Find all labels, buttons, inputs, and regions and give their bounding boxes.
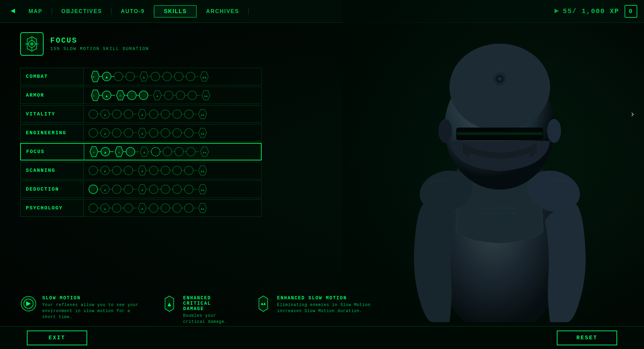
svg-point-144 xyxy=(89,185,98,194)
svg-text:▲: ▲ xyxy=(104,132,106,135)
svg-text:▲▲: ▲▲ xyxy=(201,170,205,173)
svg-point-46 xyxy=(164,91,173,100)
svg-point-41 xyxy=(139,91,148,100)
skill-row-combat[interactable]: COMBAT = ▲ xyxy=(20,68,262,85)
reset-button[interactable]: RESET xyxy=(557,331,617,345)
focus-header: FOCUS 15% SLOW MOTION SKILL DURATION xyxy=(20,30,262,58)
svg-point-50 xyxy=(188,91,197,100)
svg-text:▲: ▲ xyxy=(141,132,143,136)
info-desc-enhanced-slow-motion: Eliminating enemies in Slow Motion incre… xyxy=(277,302,376,314)
skill-row-engineering[interactable]: ENGINEERING ▲ xyxy=(20,124,262,142)
tab-archives[interactable]: ARCHIVES xyxy=(197,6,249,17)
nav-prev-arrow[interactable]: ◄ xyxy=(7,7,19,15)
svg-text:▲: ▲ xyxy=(156,94,158,98)
skill-row-armor[interactable]: ARMOR = ▲ = xyxy=(20,87,262,104)
svg-text:▲: ▲ xyxy=(104,169,106,173)
exit-button[interactable]: EXIT xyxy=(27,331,87,345)
nodes-svg-scanning: ▲ ▲ xyxy=(87,164,215,177)
skill-nodes-combat: = ▲ xyxy=(84,68,262,85)
svg-point-129 xyxy=(124,166,133,175)
info-desc-enhanced-critical: Doubles your critical damage. xyxy=(183,313,235,325)
skill-row-deduction[interactable]: DEDUCTION ▲ ▲ xyxy=(20,181,262,198)
tab-map[interactable]: MAP xyxy=(19,6,52,17)
svg-point-48 xyxy=(176,91,185,100)
svg-text:=: = xyxy=(93,151,95,154)
skill-row-focus[interactable]: FOCUS = ▲ = xyxy=(20,143,262,160)
svg-point-76 xyxy=(89,129,98,137)
svg-point-134 xyxy=(149,166,158,175)
focus-title: FOCUS xyxy=(50,37,149,45)
svg-point-39 xyxy=(127,91,136,100)
svg-point-162 xyxy=(184,185,193,194)
left-panel: FOCUS 15% SLOW MOTION SKILL DURATION COM… xyxy=(20,30,262,326)
character-area xyxy=(342,0,644,349)
info-desc-slow-motion: Your reflexes allow you to see your envi… xyxy=(42,302,141,320)
svg-point-173 xyxy=(124,204,133,212)
skill-label-scanning: SCANNING xyxy=(20,162,84,179)
svg-point-15 xyxy=(126,72,135,81)
bottom-bar: EXIT RESET xyxy=(0,326,644,349)
svg-point-2 xyxy=(30,42,34,46)
svg-point-66 xyxy=(149,110,158,118)
skills-list: COMBAT = ▲ xyxy=(20,68,262,217)
nodes-svg-combat: = ▲ xyxy=(87,70,215,83)
svg-point-136 xyxy=(161,166,170,175)
svg-point-138 xyxy=(173,166,181,175)
svg-point-20 xyxy=(151,72,160,81)
svg-point-180 xyxy=(161,204,170,212)
skill-label-deduction: DEDUCTION xyxy=(20,181,84,198)
skill-label-vitality: VITALITY xyxy=(20,105,84,123)
focus-icon xyxy=(20,32,44,56)
svg-point-59 xyxy=(112,110,121,118)
svg-point-140 xyxy=(184,166,193,175)
svg-text:=: = xyxy=(92,75,95,79)
focus-text-info: FOCUS 15% SLOW MOTION SKILL DURATION xyxy=(50,37,149,51)
svg-point-197 xyxy=(449,44,550,131)
svg-text:▲: ▲ xyxy=(141,207,143,211)
skill-row-vitality[interactable]: VITALITY ▲ ▲ xyxy=(20,105,262,123)
svg-point-26 xyxy=(186,72,195,81)
tab-skills[interactable]: SKILLS xyxy=(154,5,197,17)
svg-text:▲: ▲ xyxy=(141,113,143,117)
skill-label-combat: COMBAT xyxy=(20,68,84,85)
svg-point-203 xyxy=(498,77,501,81)
skill-nodes-armor: = ▲ = ▲ xyxy=(84,87,262,104)
svg-point-116 xyxy=(175,147,183,156)
svg-point-118 xyxy=(186,147,195,156)
focus-subtitle: 15% SLOW MOTION SKILL DURATION xyxy=(50,46,149,51)
svg-text:▲▲: ▲▲ xyxy=(261,301,266,306)
skill-nodes-focus: = ▲ = xyxy=(84,143,261,160)
svg-point-160 xyxy=(173,185,181,194)
info-title-enhanced-slow-motion: ENHANCED SLOW MOTION xyxy=(277,295,376,301)
svg-text:▲: ▲ xyxy=(141,169,143,173)
svg-rect-200 xyxy=(457,132,543,135)
svg-point-92 xyxy=(173,129,181,137)
svg-text:▲: ▲ xyxy=(104,188,106,192)
svg-text:▲▲: ▲▲ xyxy=(202,75,206,79)
svg-point-90 xyxy=(161,129,170,137)
tab-objectives[interactable]: OBJECTIVES xyxy=(52,6,111,17)
skill-label-psychology: PSYCHOLOGY xyxy=(20,199,84,217)
nodes-svg-psychology: ▲ ▲ xyxy=(87,202,215,214)
nodes-svg-vitality: ▲ ▲ xyxy=(87,108,215,120)
skill-nodes-scanning: ▲ ▲ xyxy=(84,162,262,179)
svg-point-72 xyxy=(184,110,193,118)
svg-text:▲: ▲ xyxy=(104,150,106,154)
svg-point-166 xyxy=(89,204,98,212)
svg-text:=: = xyxy=(119,94,121,98)
skill-row-scanning[interactable]: SCANNING ▲ ▲ xyxy=(20,162,262,179)
skill-label-armor: ARMOR xyxy=(20,87,84,104)
svg-text:▲: ▲ xyxy=(104,207,106,210)
skill-row-psychology[interactable]: PSYCHOLOGY ▲ xyxy=(20,199,262,217)
svg-text:▲▲: ▲▲ xyxy=(204,95,208,98)
page-wrapper: ◄ MAP OBJECTIVES AUTO-9 SKILLS ARCHIVES … xyxy=(0,0,644,349)
svg-text:▲: ▲ xyxy=(168,300,171,307)
svg-point-81 xyxy=(112,129,121,137)
svg-point-151 xyxy=(124,185,133,194)
tab-auto9[interactable]: AUTO-9 xyxy=(111,6,154,17)
svg-text:▲▲: ▲▲ xyxy=(201,207,205,211)
svg-point-204 xyxy=(439,119,452,143)
skill-nodes-vitality: ▲ ▲ xyxy=(84,105,262,123)
svg-point-70 xyxy=(173,110,181,118)
svg-point-68 xyxy=(161,110,170,118)
